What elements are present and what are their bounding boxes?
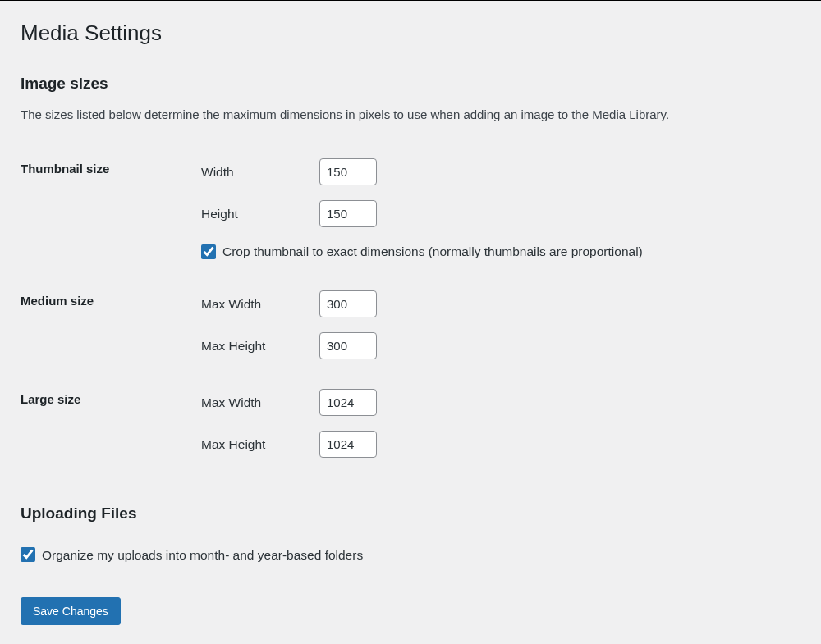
thumbnail-width-input[interactable] (319, 158, 377, 185)
image-sizes-heading: Image sizes (21, 72, 800, 96)
image-sizes-table: Thumbnail size Width Height (21, 144, 800, 473)
thumbnail-size-label: Thumbnail size (21, 144, 201, 276)
thumbnail-height-label: Height (201, 204, 319, 223)
thumbnail-crop-checkbox[interactable] (201, 244, 216, 259)
medium-height-label: Max Height (201, 336, 319, 355)
medium-width-input[interactable] (319, 290, 377, 317)
save-button[interactable]: Save Changes (21, 597, 121, 625)
image-sizes-description: The sizes listed below determine the max… (21, 106, 800, 125)
large-size-label: Large size (21, 374, 201, 473)
thumbnail-height-input[interactable] (319, 200, 377, 227)
thumbnail-width-label: Width (201, 162, 319, 181)
large-width-input[interactable] (319, 389, 377, 416)
page-title: Media Settings (21, 9, 800, 49)
large-height-label: Max Height (201, 435, 319, 454)
thumbnail-crop-label[interactable]: Crop thumbnail to exact dimensions (norm… (222, 242, 643, 261)
medium-size-label: Medium size (21, 276, 201, 374)
medium-height-input[interactable] (319, 332, 377, 359)
organize-uploads-checkbox[interactable] (21, 547, 35, 562)
uploading-files-heading: Uploading Files (21, 502, 800, 526)
large-height-input[interactable] (319, 431, 377, 458)
medium-width-label: Max Width (201, 295, 319, 313)
large-width-label: Max Width (201, 393, 319, 412)
organize-uploads-label[interactable]: Organize my uploads into month- and year… (42, 546, 363, 564)
settings-page: Media Settings Image sizes The sizes lis… (0, 1, 821, 644)
